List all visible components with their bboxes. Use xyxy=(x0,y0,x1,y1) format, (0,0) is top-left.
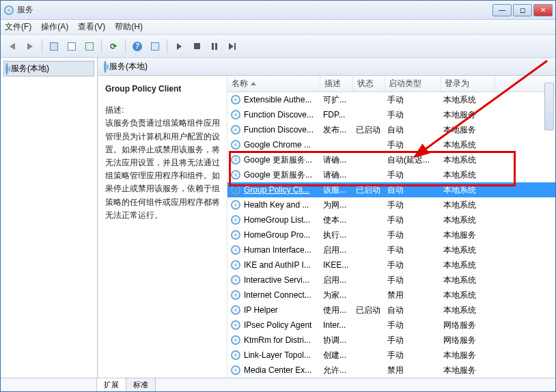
service-row[interactable]: Health Key and ...为网...手动本地系统 xyxy=(227,197,555,212)
service-row[interactable]: KtmRm for Distri...协调...手动网络服务 xyxy=(227,333,555,348)
cell-name: Function Discove... xyxy=(244,125,323,135)
titlebar: 服务 — ◻ ✕ xyxy=(1,1,555,20)
stop-service-button[interactable] xyxy=(189,39,204,54)
cell-startup: 手动 xyxy=(387,199,443,211)
console-button[interactable] xyxy=(148,39,163,54)
column-headers: 名称 描述 状态 启动类型 登录为 xyxy=(227,76,555,92)
cell-desc: 该服... xyxy=(323,184,356,196)
cell-name: Group Policy Cli... xyxy=(244,185,323,195)
service-row[interactable]: HomeGroup Pro...执行...手动本地服务 xyxy=(227,227,555,242)
cell-desc: 执行... xyxy=(323,229,356,241)
cell-status: 已启动 xyxy=(356,124,387,136)
cell-name: Google 更新服务... xyxy=(244,154,323,166)
cell-desc: Inter... xyxy=(323,320,356,330)
services-list-pane: 名称 描述 状态 启动类型 登录为 Extensible Authe...可扩.… xyxy=(227,76,555,378)
export-list-button[interactable] xyxy=(82,39,97,54)
minimize-button[interactable]: — xyxy=(492,4,512,16)
separator xyxy=(125,40,126,53)
services-icon xyxy=(5,64,8,74)
cell-startup: 手动 xyxy=(387,214,443,226)
service-row[interactable]: IP Helper使用...已启动自动本地系统 xyxy=(227,303,555,318)
column-desc[interactable]: 描述 xyxy=(320,76,353,92)
cell-name: Health Key and ... xyxy=(244,200,323,210)
menu-file[interactable]: 文件(F) xyxy=(5,21,31,33)
service-row[interactable]: Group Policy Cli...该服...已启动自动本地系统 xyxy=(227,182,555,197)
tree-root-node[interactable]: 服务(本地) xyxy=(3,61,94,76)
service-row[interactable]: Extensible Authe...可扩...手动本地系统 xyxy=(227,92,555,107)
service-icon xyxy=(230,290,241,300)
cell-startup: 手动 xyxy=(387,320,443,331)
service-row[interactable]: Google 更新服务...请确...手动本地系统 xyxy=(227,167,555,182)
service-row[interactable]: IKE and AuthIP I...IKEE...手动本地系统 xyxy=(227,257,555,272)
service-row[interactable]: Google 更新服务...请确...自动(延迟...本地系统 xyxy=(227,152,555,167)
cell-desc: IKEE... xyxy=(323,260,356,270)
service-row[interactable]: Media Center Ex...允许...禁用本地服务 xyxy=(227,363,555,378)
cell-logon: 本地服务 xyxy=(443,109,498,121)
cell-startup: 自动 xyxy=(387,305,443,316)
cell-desc: 使本... xyxy=(323,214,356,226)
service-row[interactable]: Internet Connect...为家...禁用本地系统 xyxy=(227,288,555,303)
properties-button[interactable] xyxy=(64,39,79,54)
cell-desc: 为网... xyxy=(323,199,356,211)
cell-startup: 手动 xyxy=(387,109,443,121)
cell-logon: 本地系统 xyxy=(443,139,498,151)
scrollbar-thumb[interactable] xyxy=(544,83,554,130)
service-row[interactable]: Interactive Servi...启用...手动本地系统 xyxy=(227,272,555,288)
service-icon xyxy=(230,154,241,165)
service-icon xyxy=(230,335,241,346)
service-icon xyxy=(230,94,241,105)
services-icon xyxy=(104,62,107,72)
cell-logon: 本地服务 xyxy=(443,350,498,361)
cell-logon: 网络服务 xyxy=(443,320,498,331)
description-pane: Group Policy Client 描述: 该服务负责通过组策略组件应用管理… xyxy=(98,76,227,378)
tab-standard[interactable]: 标准 xyxy=(126,378,156,391)
cell-desc: 协调... xyxy=(323,335,356,346)
cell-desc: 创建... xyxy=(323,350,356,361)
service-icon xyxy=(230,244,241,255)
column-startup[interactable]: 启动类型 xyxy=(385,76,441,92)
restart-service-button[interactable] xyxy=(225,39,240,54)
menu-view[interactable]: 查看(V) xyxy=(78,21,105,33)
back-button[interactable] xyxy=(5,39,20,54)
maximize-button[interactable]: ◻ xyxy=(513,4,532,16)
cell-name: Function Discove... xyxy=(244,110,323,120)
selected-service-title: Group Policy Client xyxy=(105,83,220,96)
tab-extended[interactable]: 扩展 xyxy=(96,378,126,391)
cell-name: Link-Layer Topol... xyxy=(244,350,323,360)
start-service-button[interactable] xyxy=(171,39,186,54)
service-icon xyxy=(230,109,241,120)
service-row[interactable]: Function Discove...FDP...手动本地服务 xyxy=(227,107,555,122)
close-button[interactable]: ✕ xyxy=(533,4,553,16)
show-hide-tree-button[interactable] xyxy=(46,39,61,54)
service-row[interactable]: Function Discove...发布...已启动自动本地服务 xyxy=(227,122,555,137)
column-status[interactable]: 状态 xyxy=(353,76,385,92)
menu-action[interactable]: 操作(A) xyxy=(41,21,68,33)
menu-help[interactable]: 帮助(H) xyxy=(115,21,143,33)
service-row[interactable]: IPsec Policy AgentInter...手动网络服务 xyxy=(227,318,555,333)
cell-logon: 本地服务 xyxy=(443,365,498,376)
cell-logon: 本地系统 xyxy=(443,199,498,211)
cell-startup: 禁用 xyxy=(387,365,443,376)
column-name[interactable]: 名称 xyxy=(227,76,320,92)
list-header-title: 服务(本地) xyxy=(109,61,148,72)
forward-button[interactable] xyxy=(23,39,38,54)
service-icon xyxy=(230,214,241,225)
cell-logon: 本地系统 xyxy=(443,214,498,226)
services-rows[interactable]: Extensible Authe...可扩...手动本地系统Function D… xyxy=(227,92,555,378)
view-tabs: 扩展 标准 xyxy=(1,378,555,391)
separator xyxy=(101,40,102,53)
service-row[interactable]: Human Interface...启用...手动本地系统 xyxy=(227,242,555,257)
column-logon[interactable]: 登录为 xyxy=(441,76,495,92)
tree-pane: 服务(本地) xyxy=(1,58,98,378)
service-row[interactable]: Link-Layer Topol...创建...手动本地服务 xyxy=(227,348,555,363)
cell-desc: 请确... xyxy=(323,154,356,166)
tree-root-label: 服务(本地) xyxy=(11,63,49,74)
cell-name: KtmRm for Distri... xyxy=(244,335,323,345)
refresh-button[interactable]: ⟳ xyxy=(106,39,121,54)
window-title: 服务 xyxy=(17,4,492,16)
pause-service-button[interactable] xyxy=(207,39,222,54)
service-row[interactable]: HomeGroup List...使本...手动本地系统 xyxy=(227,212,555,227)
service-row[interactable]: Google Chrome ...手动本地系统 xyxy=(227,137,555,152)
cell-startup: 自动 xyxy=(387,184,443,196)
help-button[interactable]: ? xyxy=(130,39,145,54)
